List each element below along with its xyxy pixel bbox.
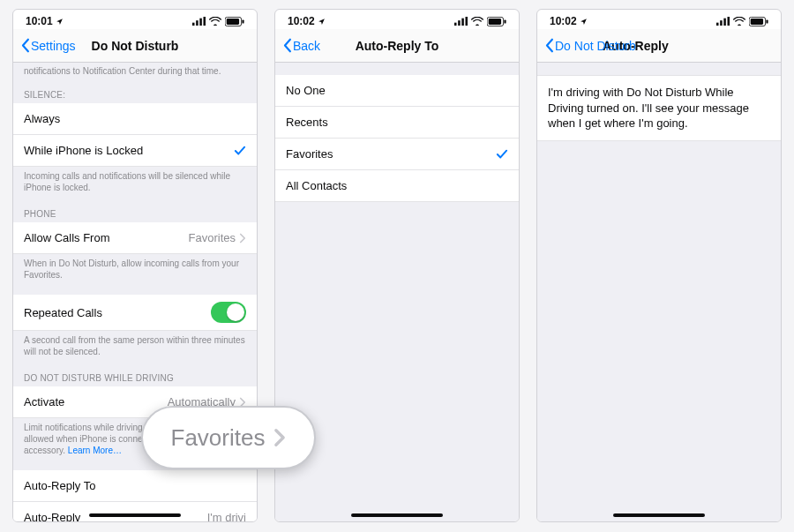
home-indicator[interactable] [351,513,443,517]
learn-more-link[interactable]: Learn More… [68,446,122,455]
status-bar: 10:02 [537,10,781,29]
svg-rect-8 [458,20,461,26]
svg-rect-17 [728,17,730,26]
back-label: Do Not Disturb [555,39,636,53]
wifi-icon [471,17,483,26]
status-bar: 10:01 [13,10,257,29]
footer-allow-calls: When in Do Not Disturb, allow incoming c… [13,254,257,288]
nav-bar: Settings Do Not Disturb [13,29,257,63]
battery-icon [487,17,506,26]
svg-rect-12 [489,19,501,25]
cellular-icon [192,17,206,26]
svg-rect-16 [723,19,726,26]
cell-allow-calls-from[interactable]: Allow Calls From Favorites [13,222,257,254]
footer-repeated: A second call from the same person withi… [13,331,257,364]
chevron-left-icon [544,38,554,53]
back-button[interactable]: Back [279,34,324,56]
battery-icon [749,17,768,26]
svg-rect-0 [192,23,195,26]
location-icon [318,18,326,26]
cell-label: Activate [24,395,64,408]
cell-value: Favorites [189,231,236,244]
back-button[interactable]: Do Not Disturb [541,34,640,56]
auto-reply-text[interactable]: I'm driving with Do Not Disturb While Dr… [537,75,781,141]
auto-reply-body: I'm driving with Do Not Disturb While Dr… [537,63,781,521]
option-favorites[interactable]: Favorites [275,139,519,170]
cell-auto-reply-to[interactable]: Auto-Reply To [13,470,257,502]
chevron-left-icon [20,38,30,53]
option-label: Recents [286,116,328,129]
home-indicator[interactable] [89,513,181,517]
status-time: 10:02 [550,15,577,27]
svg-rect-6 [242,19,243,23]
nav-title: Auto-Reply To [356,39,439,53]
section-header-dnd-driving: DO NOT DISTURB WHILE DRIVING [13,364,257,386]
svg-rect-9 [461,19,464,26]
chevron-right-icon [239,233,246,244]
cell-label: While iPhone is Locked [24,144,143,157]
cell-auto-reply[interactable]: Auto-Reply I'm drivi [13,502,257,521]
svg-rect-20 [766,19,768,23]
chevron-right-icon [273,428,286,447]
cell-label: Always [24,112,60,125]
cellular-icon [454,17,468,26]
cellular-icon [716,17,730,26]
battery-icon [225,17,244,26]
svg-rect-7 [454,23,457,26]
cell-value: I'm drivi [207,511,246,521]
home-indicator[interactable] [613,513,705,517]
option-recents[interactable]: Recents [275,107,519,139]
wifi-icon [733,17,745,26]
back-button[interactable]: Settings [17,34,79,56]
cell-label: Repeated Calls [24,306,102,319]
nav-title: Do Not Disturb [92,39,179,53]
svg-rect-13 [504,19,506,23]
toggle-on-icon[interactable] [211,302,246,323]
nav-bar: Back Auto-Reply To [275,29,519,63]
status-time: 10:02 [288,15,315,27]
footer-silence: Incoming calls and notifications will be… [13,167,257,200]
option-label: No One [286,84,326,97]
svg-rect-2 [199,19,202,26]
location-icon [580,18,588,26]
svg-rect-19 [751,19,763,25]
svg-rect-14 [716,23,719,26]
svg-rect-1 [196,20,198,26]
wifi-icon [209,17,221,26]
cell-repeated-calls[interactable]: Repeated Calls [13,295,257,331]
section-header-phone: PHONE [13,200,257,222]
cell-label: Auto-Reply [24,511,80,521]
checkmark-icon [234,146,246,156]
option-all-contacts[interactable]: All Contacts [275,170,519,202]
cell-while-locked[interactable]: While iPhone is Locked [13,135,257,167]
option-label: All Contacts [286,179,347,192]
section-header-silence: SILENCE: [13,81,257,103]
svg-rect-3 [204,17,206,26]
callout-favorites: Favorites [141,406,316,469]
svg-rect-10 [466,17,468,26]
screen-auto-reply: 10:02 Do Not Disturb Auto-Reply [536,9,782,522]
status-bar: 10:02 [275,10,519,29]
cell-label: Allow Calls From [24,231,110,244]
location-icon [56,18,64,26]
nav-bar: Do Not Disturb Auto-Reply [537,29,781,63]
checkmark-icon [496,149,508,160]
callout-text: Favorites [171,424,266,452]
svg-rect-5 [227,19,239,25]
cell-always[interactable]: Always [13,103,257,135]
truncated-footer-text: notifications to Notification Center dur… [13,63,257,81]
back-label: Back [293,39,320,53]
chevron-left-icon [282,38,292,53]
option-label: Favorites [286,147,333,161]
cell-label: Auto-Reply To [24,479,95,492]
option-no-one[interactable]: No One [275,75,519,107]
status-time: 10:01 [26,15,53,27]
svg-rect-15 [720,20,723,26]
back-label: Settings [31,39,76,53]
